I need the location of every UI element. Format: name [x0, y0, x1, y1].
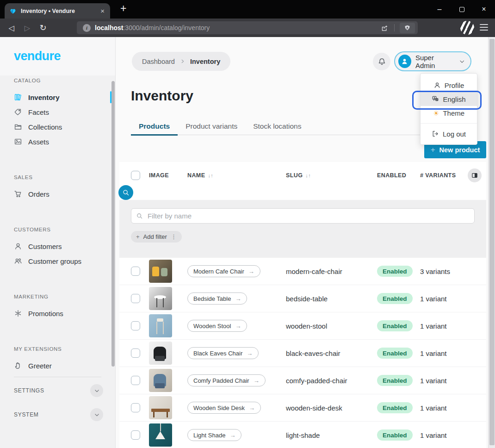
- row-checkbox[interactable]: [131, 403, 140, 412]
- users-icon: [14, 257, 22, 265]
- menu-item-profile[interactable]: Profile: [421, 78, 477, 92]
- user-menu-button[interactable]: Super Admin: [394, 51, 471, 71]
- table-row: Modern Cafe Chair→modern-cafe-chairEnabl…: [119, 258, 486, 285]
- product-name-link[interactable]: Modern Cafe Chair→: [187, 265, 260, 277]
- reload-button[interactable]: ↻: [37, 22, 49, 33]
- expand-button[interactable]: [90, 384, 103, 397]
- new-tab-button[interactable]: +: [120, 2, 126, 15]
- thumbnail-shape: [157, 318, 163, 322]
- product-slug: wooden-stool: [286, 322, 377, 330]
- product-thumbnail[interactable]: [149, 287, 172, 310]
- hand-icon: [14, 361, 22, 370]
- sidebar-item-customer-groups[interactable]: Customer groups: [0, 254, 115, 268]
- add-filter-button[interactable]: + Add filter ⋮: [131, 231, 182, 243]
- kebab-icon[interactable]: ⋮: [171, 233, 177, 240]
- sidebar-item-label: Greeter: [28, 362, 52, 370]
- product-name-link[interactable]: Bedside Table→: [187, 292, 247, 305]
- variant-count: 1 variant: [420, 295, 486, 303]
- expand-button[interactable]: [90, 408, 103, 421]
- brave-shield-button[interactable]: [400, 23, 415, 33]
- sidebar-item-facets[interactable]: Facets: [0, 105, 115, 119]
- tab-product-variants[interactable]: Product variants: [178, 119, 245, 135]
- filter-input[interactable]: [147, 212, 470, 220]
- scrollbar-thumb[interactable]: [489, 39, 495, 445]
- product-thumbnail[interactable]: [149, 369, 172, 392]
- select-all-checkbox[interactable]: [131, 171, 140, 180]
- address-bar[interactable]: i localhost:3000/admin/catalog/inventory: [77, 21, 418, 34]
- product-thumbnail[interactable]: [149, 396, 172, 419]
- row-checkbox[interactable]: [131, 321, 140, 330]
- search-icon: [122, 189, 130, 196]
- section-label: SALES: [0, 174, 115, 181]
- column-header-name[interactable]: NAME↓↑: [187, 172, 286, 179]
- name-cell: Wooden Side Desk→: [187, 402, 286, 414]
- product-thumbnail[interactable]: [149, 314, 172, 337]
- column-settings-button[interactable]: [468, 168, 482, 182]
- menu-item-log-out[interactable]: Log out: [421, 127, 477, 141]
- page-scrollbar[interactable]: [488, 37, 495, 448]
- breadcrumb[interactable]: Dashboard Inventory: [132, 52, 230, 71]
- plus-icon: +: [431, 145, 435, 155]
- browser-tab[interactable]: Inventory • Vendure ×: [5, 3, 110, 19]
- notifications-button[interactable]: [373, 53, 390, 70]
- back-button[interactable]: ◁: [6, 22, 18, 33]
- sidebar-item-label: Collections: [28, 123, 62, 131]
- minimize-button[interactable]: –: [428, 0, 451, 19]
- search-button[interactable]: [118, 185, 133, 200]
- name-cell: Black Eaves Chair→: [187, 347, 286, 359]
- status-badge: Enabled: [377, 348, 413, 359]
- sidebar-item-greeter[interactable]: Greeter: [0, 358, 115, 373]
- sidebar-item-promotions[interactable]: Promotions: [0, 306, 115, 321]
- forward-button[interactable]: ▷: [21, 22, 33, 33]
- product-thumbnail[interactable]: [149, 342, 172, 365]
- product-name-link[interactable]: Wooden Side Desk→: [187, 402, 261, 414]
- row-checkbox[interactable]: [131, 348, 140, 358]
- tab-close-icon[interactable]: ×: [99, 7, 105, 15]
- breadcrumb-dashboard[interactable]: Dashboard: [142, 58, 175, 65]
- product-thumbnail[interactable]: [149, 260, 172, 283]
- product-name-link[interactable]: Black Eaves Chair→: [187, 347, 259, 359]
- sidebar-section-system[interactable]: SYSTEM: [0, 404, 115, 425]
- tab-products[interactable]: Products: [131, 119, 178, 135]
- close-button[interactable]: ×: [473, 0, 495, 19]
- sidebar-scrollbar[interactable]: [111, 81, 115, 367]
- menu-item-english[interactable]: English: [421, 92, 477, 106]
- enabled-cell: Enabled: [377, 402, 420, 413]
- sidebar-item-inventory[interactable]: Inventory: [0, 90, 115, 105]
- sidebar-section-settings[interactable]: SETTINGS: [0, 380, 115, 401]
- sidebar-item-customers[interactable]: Customers: [0, 239, 115, 254]
- sidebar-item-assets[interactable]: Assets: [0, 134, 115, 149]
- share-icon[interactable]: [380, 24, 389, 32]
- row-checkbox[interactable]: [131, 267, 140, 276]
- row-checkbox[interactable]: [131, 376, 140, 385]
- menu-item-theme[interactable]: ☀Theme: [421, 106, 477, 120]
- user-dropdown-menu: ProfileEnglish☀ThemeLog out: [420, 73, 477, 145]
- table-body: Modern Cafe Chair→modern-cafe-chairEnabl…: [119, 258, 486, 448]
- browser-profile-avatar[interactable]: [460, 21, 474, 35]
- arrow-right-icon: →: [249, 404, 255, 411]
- filter-input-wrap: [131, 208, 475, 224]
- sort-icon[interactable]: ↓↑: [305, 173, 311, 178]
- thumbnail-shape: [151, 409, 170, 412]
- arrow-right-icon: →: [235, 295, 241, 302]
- sidebar-item-orders[interactable]: Orders: [0, 187, 115, 201]
- site-info-icon[interactable]: i: [83, 24, 91, 32]
- product-name-link[interactable]: Light Shade→: [187, 429, 241, 441]
- product-name-link[interactable]: Wooden Stool→: [187, 320, 247, 332]
- thumbnail-cell: [149, 396, 187, 419]
- sort-icon[interactable]: ↓↑: [208, 173, 213, 178]
- vendure-logo[interactable]: vendure: [14, 49, 61, 63]
- product-slug: bedside-table: [286, 295, 377, 303]
- tab-stock-locations[interactable]: Stock locations: [245, 119, 309, 135]
- breadcrumb-inventory[interactable]: Inventory: [190, 58, 220, 65]
- row-checkbox[interactable]: [131, 430, 140, 440]
- variant-count: 1 variant: [420, 404, 486, 412]
- column-header-slug[interactable]: SLUG↓↑: [286, 172, 377, 179]
- product-name-link[interactable]: Comfy Padded Chair→: [187, 374, 266, 386]
- sidebar-item-collections[interactable]: Collections: [0, 119, 115, 134]
- product-thumbnail[interactable]: [149, 423, 172, 447]
- maximize-button[interactable]: [451, 0, 473, 19]
- browser-menu-icon[interactable]: [480, 24, 488, 31]
- row-checkbox[interactable]: [131, 294, 140, 303]
- chevron-down-icon: [94, 412, 100, 418]
